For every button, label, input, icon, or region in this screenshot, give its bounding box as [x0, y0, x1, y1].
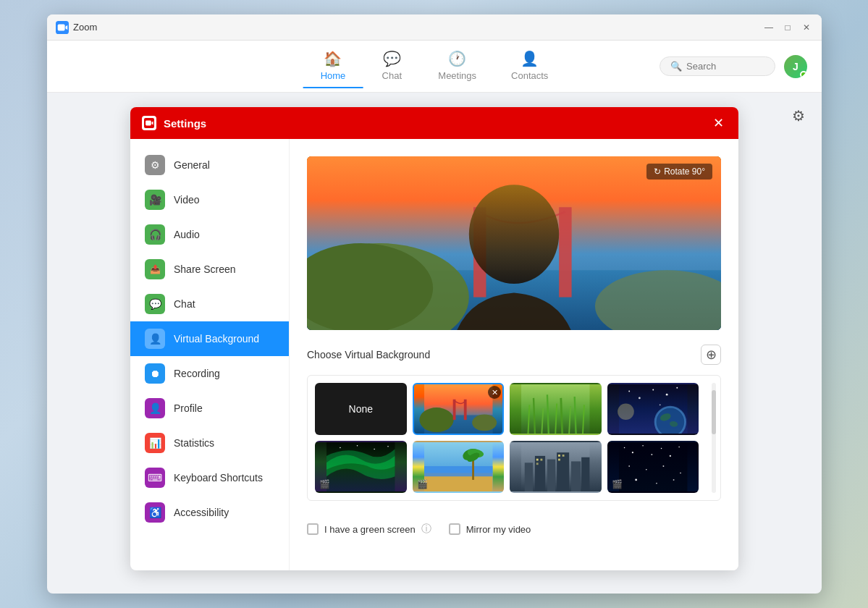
vbg-item-beach[interactable]: 🎬 [413, 441, 505, 493]
svg-point-70 [678, 447, 680, 448]
sidebar-item-general[interactable]: ⚙ General [130, 148, 289, 182]
avatar[interactable]: J [784, 55, 807, 78]
search-box[interactable]: 🔍 [660, 56, 775, 76]
svg-point-73 [662, 465, 664, 467]
sidebar-item-keyboard-shortcuts[interactable]: ⌨ Keyboard Shortcuts [130, 460, 289, 495]
svg-point-9 [469, 185, 559, 284]
maximize-button[interactable]: □ [781, 21, 794, 34]
sidebar-item-share-screen[interactable]: 📤 Share Screen [130, 252, 289, 287]
vbg-item-space[interactable] [607, 383, 699, 435]
svg-point-42 [387, 446, 389, 447]
gear-button[interactable]: ⚙ [787, 104, 810, 127]
scrollbar-thumb[interactable] [712, 390, 716, 434]
nav-tab-meetings[interactable]: 🕐 Meetings [421, 44, 494, 88]
sidebar-label-profile: Profile [174, 402, 203, 414]
svg-point-37 [618, 403, 634, 420]
search-icon: 🔍 [670, 61, 682, 72]
window-close-button[interactable]: ✕ [800, 21, 813, 34]
vbg-item-stars[interactable]: 🎬 [607, 441, 699, 493]
vbg-item-grass[interactable] [510, 383, 602, 435]
svg-point-77 [673, 479, 674, 481]
svg-point-40 [357, 445, 358, 447]
app-window: Zoom — □ ✕ 🏠 Home 💬 Chat 🕐 Meetings 👤 Co [47, 14, 822, 594]
svg-point-64 [623, 447, 625, 449]
svg-point-72 [646, 469, 647, 470]
svg-rect-54 [557, 452, 569, 491]
sidebar-item-accessibility[interactable]: ♿ Accessibility [130, 495, 289, 530]
vbg-section-title: Choose Virtual Background [307, 349, 430, 360]
main-content: ⚙ Settings ✕ ⚙ [47, 93, 822, 594]
vbg-grid-container: None [307, 375, 721, 501]
sidebar-label-audio: Audio [174, 229, 200, 240]
sidebar-item-virtual-background[interactable]: 👤 Virtual Background [130, 321, 289, 356]
general-icon: ⚙ [145, 155, 165, 175]
rotate-button[interactable]: ↻ Rotate 90° [646, 164, 712, 180]
svg-point-74 [680, 473, 681, 474]
sidebar-label-virtual-background: Virtual Background [174, 333, 259, 345]
svg-rect-52 [535, 456, 545, 491]
share-screen-icon: 📤 [145, 259, 165, 279]
nav-tab-contacts-label: Contacts [511, 70, 548, 81]
sidebar-item-profile[interactable]: 👤 Profile [130, 391, 289, 426]
video-icon: 🎥 [145, 190, 165, 210]
window-controls: — □ ✕ [762, 21, 813, 34]
svg-rect-51 [525, 463, 533, 491]
video-preview: ↻ Rotate 90° [307, 156, 721, 330]
settings-logo [142, 116, 156, 130]
sidebar-item-audio[interactable]: 🎧 Audio [130, 217, 289, 252]
svg-rect-53 [547, 460, 555, 491]
green-screen-info-icon[interactable]: ⓘ [421, 523, 431, 536]
vbg-item-bridge[interactable]: ✕ [413, 383, 505, 435]
minimize-button[interactable]: — [762, 21, 775, 34]
green-screen-checkbox-box[interactable] [307, 523, 319, 535]
sidebar-label-video: Video [174, 194, 200, 206]
svg-point-39 [340, 447, 341, 449]
sidebar-label-share-screen: Share Screen [174, 263, 236, 275]
sidebar-item-chat[interactable]: 💬 Chat [130, 287, 289, 321]
sidebar-item-statistics[interactable]: 📊 Statistics [130, 426, 289, 460]
mirror-video-checkbox-box[interactable] [449, 523, 460, 535]
add-background-button[interactable]: ⊕ [701, 345, 721, 365]
nav-tabs: 🏠 Home 💬 Chat 🕐 Meetings 👤 Contacts [303, 44, 566, 88]
title-bar: Zoom — □ ✕ [47, 14, 822, 41]
svg-point-71 [628, 465, 630, 467]
vbg-none-label: None [349, 403, 373, 415]
sidebar-label-accessibility: Accessibility [174, 507, 229, 518]
audio-icon: 🎧 [145, 224, 165, 245]
svg-line-22 [561, 398, 562, 434]
svg-point-28 [638, 397, 640, 399]
svg-point-32 [659, 404, 660, 405]
vbg-item-city[interactable] [510, 441, 602, 493]
vbg-item-none[interactable]: None [315, 383, 407, 435]
space-thumbnail [609, 384, 698, 434]
search-input[interactable] [686, 61, 766, 72]
sidebar-label-chat: Chat [174, 298, 195, 310]
settings-close-button[interactable]: ✕ [709, 114, 727, 132]
svg-rect-58 [540, 459, 542, 461]
svg-point-27 [628, 391, 630, 392]
sidebar-item-recording[interactable]: ⏺ Recording [130, 356, 289, 391]
svg-point-15 [472, 415, 497, 431]
vbg-item-aurora[interactable]: 🎬 [315, 441, 407, 493]
sidebar-item-video[interactable]: 🎥 Video [130, 182, 289, 217]
settings-content: ↻ Rotate 90° Choose Virtual Background ⊕ [290, 139, 738, 570]
nav-tab-home[interactable]: 🏠 Home [303, 44, 363, 88]
vbg-delete-bridge[interactable]: ✕ [488, 386, 501, 399]
virtual-bg-icon: 👤 [145, 329, 165, 349]
green-screen-checkbox[interactable]: I have a green screen ⓘ [307, 523, 431, 536]
nav-tab-chat[interactable]: 💬 Chat [363, 44, 421, 88]
beach-video-icon: 🎬 [417, 479, 428, 489]
contacts-icon: 👤 [521, 50, 539, 67]
scrollbar-track[interactable] [712, 383, 716, 493]
nav-tab-contacts[interactable]: 👤 Contacts [494, 44, 565, 88]
rotate-label: Rotate 90° [664, 166, 705, 177]
svg-point-69 [669, 455, 670, 457]
nav-tab-home-label: Home [321, 70, 346, 81]
sidebar-label-statistics: Statistics [174, 437, 214, 449]
settings-checkboxes: I have a green screen ⓘ Mirror my video [307, 515, 721, 536]
sidebar-label-keyboard-shortcuts: Keyboard Shortcuts [174, 472, 263, 484]
mirror-video-checkbox[interactable]: Mirror my video [449, 523, 531, 535]
svg-point-31 [676, 387, 678, 389]
svg-rect-62 [558, 459, 560, 461]
settings-sidebar: ⚙ General 🎥 Video 🎧 Audio 📤 Share Screen [130, 139, 290, 570]
